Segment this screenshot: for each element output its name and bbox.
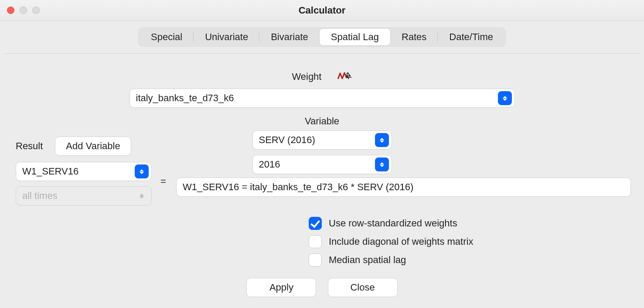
- check-include-diagonal[interactable]: Include diagonal of weights matrix: [309, 235, 473, 248]
- check-label: Include diagonal of weights matrix: [329, 236, 473, 247]
- variable-select[interactable]: SERV (2016): [252, 130, 392, 150]
- chevron-stepper-icon: [375, 157, 389, 171]
- checkbox-icon: [309, 235, 322, 248]
- chevron-stepper-icon: [135, 189, 149, 203]
- checkbox-icon: [309, 217, 322, 230]
- add-variable-button[interactable]: Add Variable: [55, 137, 131, 156]
- result-label: Result: [16, 140, 43, 152]
- variable-label: Variable: [17, 116, 627, 127]
- weight-select[interactable]: italy_banks_te_d73_k6: [129, 89, 515, 108]
- window-title: Calculator: [0, 5, 644, 16]
- result-time-select: all times: [16, 186, 152, 205]
- tab-rates[interactable]: Rates: [390, 29, 438, 45]
- checkbox-icon: [309, 253, 322, 267]
- tab-date-time[interactable]: Date/Time: [438, 29, 504, 45]
- chevron-stepper-icon: [375, 133, 389, 147]
- options-block: Use row-standardized weights Include dia…: [309, 217, 473, 272]
- check-label: Use row-standardized weights: [329, 218, 457, 229]
- result-time-value: all times: [22, 190, 58, 202]
- variable-select-value: SERV (2016): [259, 134, 315, 146]
- tab-special[interactable]: Special: [140, 29, 194, 45]
- variable-year-value: 2016: [259, 159, 280, 170]
- apply-button[interactable]: Apply: [246, 278, 316, 297]
- check-row-standardized[interactable]: Use row-standardized weights: [309, 217, 473, 230]
- formula-display: W1_SERV16 = italy_banks_te_d73_k6 * SERV…: [176, 178, 631, 197]
- weights-icon[interactable]: [337, 71, 352, 83]
- result-select-value: W1_SERV16: [22, 166, 78, 177]
- close-button[interactable]: Close: [328, 278, 398, 297]
- check-median-spatial-lag[interactable]: Median spatial lag: [309, 253, 473, 267]
- tab-bar: SpecialUnivariateBivariateSpatial LagRat…: [138, 27, 506, 47]
- tab-univariate[interactable]: Univariate: [194, 29, 259, 45]
- weight-label: Weight: [292, 71, 321, 82]
- footer-buttons: Apply Close: [3, 278, 641, 297]
- variable-year-select[interactable]: 2016: [252, 155, 392, 174]
- titlebar: Calculator: [0, 0, 644, 21]
- result-block: Result Add Variable W1_SERV16 all times: [16, 137, 152, 205]
- weight-select-value: italy_banks_te_d73_k6: [136, 92, 234, 104]
- equals-sign: =: [160, 176, 166, 187]
- main-panel: Weight italy_banks_te_d73_k6 Variable SE…: [3, 53, 641, 298]
- chevron-stepper-icon: [135, 164, 149, 178]
- chevron-stepper-icon: [498, 91, 512, 105]
- result-select[interactable]: W1_SERV16: [16, 162, 152, 181]
- check-label: Median spatial lag: [329, 254, 406, 266]
- tab-bivariate[interactable]: Bivariate: [259, 29, 320, 45]
- tab-spatial-lag[interactable]: Spatial Lag: [320, 29, 390, 45]
